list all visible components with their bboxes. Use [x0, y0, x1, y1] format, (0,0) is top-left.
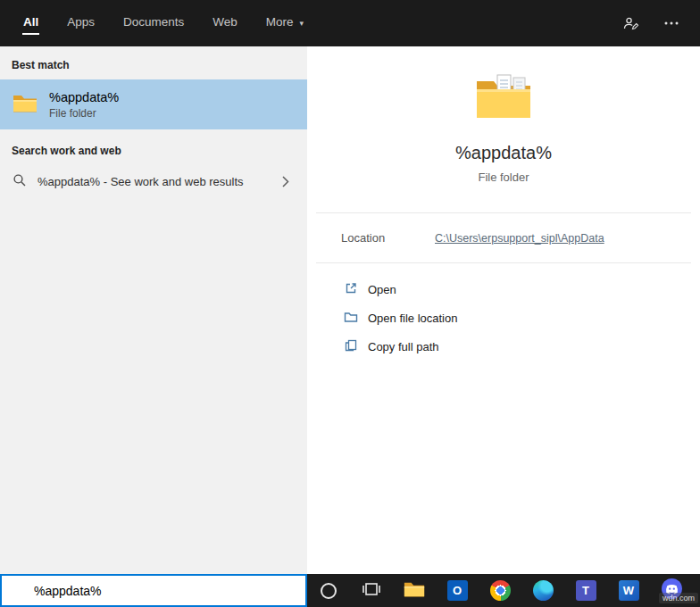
taskbar-chrome-button[interactable]: [479, 574, 521, 607]
web-search-suggestion[interactable]: %appdata% - See work and web results: [0, 165, 307, 197]
tab-all-label: All: [22, 12, 39, 35]
taskbar-cortana-button[interactable]: [307, 574, 350, 607]
edge-icon: [533, 580, 554, 601]
preview-panel: %appdata% File folder Location C:\Users\…: [307, 46, 700, 574]
result-title: %appdata%: [49, 90, 119, 104]
dropdown-caret-icon: ▾: [300, 19, 304, 28]
tab-documents[interactable]: Documents: [122, 0, 185, 46]
result-subtitle: File folder: [49, 107, 119, 120]
feedback-icon[interactable]: [621, 14, 639, 32]
action-list: Open Open file location Copy full pat: [307, 263, 700, 372]
taskbar-task-view-button[interactable]: [350, 574, 393, 607]
open-action[interactable]: Open: [307, 275, 700, 304]
search-web-heading: Search work and web: [0, 129, 307, 165]
chevron-right-icon[interactable]: [282, 176, 295, 187]
watermark: wdn.com: [659, 593, 698, 603]
folder-preview-icon: [475, 73, 532, 120]
location-row: Location C:\Users\erpsupport_sipl\AppDat…: [307, 213, 700, 262]
open-icon: [344, 281, 358, 298]
web-search-suggestion-label: %appdata% - See work and web results: [38, 175, 271, 188]
tab-apps[interactable]: Apps: [66, 0, 96, 46]
more-options-icon[interactable]: [662, 14, 680, 32]
search-filter-tabs: All Apps Documents Web More ▾: [0, 0, 330, 46]
location-link[interactable]: C:\Users\erpsupport_sipl\AppData: [435, 232, 604, 245]
results-panel: Best match %appdata% File folder Search …: [0, 46, 307, 574]
result-text: %appdata% File folder: [49, 90, 119, 120]
outlook-icon: O: [447, 580, 468, 601]
copy-full-path-action[interactable]: Copy full path: [307, 332, 700, 361]
copy-icon: [344, 338, 358, 355]
open-file-location-action[interactable]: Open file location: [307, 304, 700, 332]
task-view-icon: [362, 579, 381, 603]
open-file-location-action-label: Open file location: [368, 312, 457, 325]
tab-all[interactable]: All: [22, 0, 39, 46]
tab-web-label: Web: [212, 12, 238, 35]
tab-more-label: More: [265, 12, 295, 35]
taskbar-outlook-button[interactable]: O: [436, 574, 479, 607]
preview-title: %appdata%: [307, 143, 700, 163]
tab-apps-label: Apps: [66, 12, 96, 35]
cortana-icon: [321, 583, 337, 599]
taskbar-file-explorer-button[interactable]: [393, 574, 436, 607]
chrome-icon: [490, 580, 511, 601]
taskbar-word-button[interactable]: W: [607, 574, 650, 607]
search-icon: [12, 173, 27, 190]
tab-documents-label: Documents: [122, 12, 185, 35]
taskbar-edge-button[interactable]: [521, 574, 564, 607]
tab-web[interactable]: Web: [212, 0, 238, 46]
search-input[interactable]: [0, 574, 307, 607]
preview-head: %appdata% File folder: [307, 46, 700, 184]
best-match-heading: Best match: [0, 46, 307, 79]
best-match-result[interactable]: %appdata% File folder: [0, 79, 307, 129]
windows-search-flyout: All Apps Documents Web More ▾: [0, 0, 700, 607]
file-explorer-icon: [404, 580, 425, 601]
taskbar-teams-button[interactable]: T: [564, 574, 607, 607]
teams-icon: T: [576, 580, 596, 601]
open-file-location-icon: [344, 310, 358, 327]
preview-subtitle: File folder: [307, 170, 700, 184]
location-label: Location: [341, 231, 435, 245]
search-header: All Apps Documents Web More ▾: [0, 0, 700, 46]
tab-more[interactable]: More ▾: [265, 0, 304, 46]
copy-full-path-action-label: Copy full path: [368, 340, 439, 353]
folder-icon: [12, 93, 38, 116]
header-icon-group: [621, 0, 700, 46]
open-action-label: Open: [368, 283, 396, 296]
word-icon: W: [619, 580, 639, 601]
taskbar: O T W: [307, 574, 700, 607]
